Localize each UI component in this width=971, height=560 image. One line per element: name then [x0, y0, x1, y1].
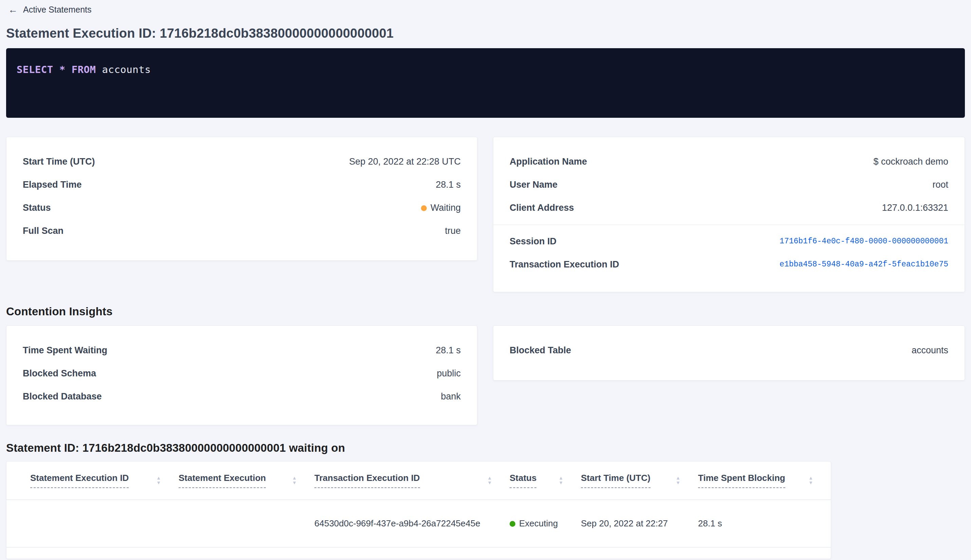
col-status: Status ▲▼: [510, 462, 581, 500]
col-time-spent-blocking: Time Spent Blocking ▲▼: [698, 462, 831, 500]
time-spent-waiting-value: 28.1 s: [435, 345, 461, 356]
blocked-table-card: Blocked Table accounts: [493, 325, 965, 380]
session-id-label: Session ID: [510, 236, 556, 247]
full-scan-label: Full Scan: [23, 226, 63, 236]
executing-status-dot-icon: [510, 521, 516, 527]
transaction-execution-id-link[interactable]: e1bba458-5948-40a9-a42f-5feac1b10e75: [779, 260, 948, 269]
sort-icon[interactable]: ▲▼: [487, 477, 492, 484]
back-link-label: Active Statements: [23, 5, 91, 15]
blocked-schema-row: Blocked Schema public: [23, 362, 461, 385]
sort-icon[interactable]: ▲▼: [808, 477, 813, 484]
sql-keyword: SELECT: [17, 64, 53, 75]
application-name-row: Application Name $ cockroach demo: [510, 150, 948, 173]
sql-table-name: accounts: [102, 64, 151, 75]
blocked-schema-label: Blocked Schema: [23, 368, 96, 379]
cell-time-spent-blocking: 28.1 s: [698, 500, 831, 547]
blocked-table-value: accounts: [912, 345, 948, 356]
application-name-label: Application Name: [510, 157, 587, 167]
blocked-database-value: bank: [441, 391, 461, 402]
status-row: Status Waiting: [23, 196, 461, 219]
elapsed-time-value: 28.1 s: [435, 180, 461, 190]
statement-details-page: ← Active Statements Statement Execution …: [0, 0, 971, 560]
session-id-link[interactable]: 1716b1f6-4e0c-f480-0000-000000000001: [779, 237, 948, 246]
details-cards-row: Start Time (UTC) Sep 20, 2022 at 22:28 U…: [6, 137, 965, 292]
full-scan-row: Full Scan true: [23, 219, 461, 242]
session-details-card: Application Name $ cockroach demo User N…: [493, 137, 965, 292]
transaction-execution-id-row: Transaction Execution ID e1bba458-5948-4…: [510, 253, 948, 276]
table-footer: [7, 547, 831, 558]
col-statement-execution-id-label[interactable]: Statement Execution ID: [30, 473, 128, 488]
col-transaction-execution-id: Transaction Execution ID ▲▼: [314, 462, 510, 500]
status-badge: Waiting: [421, 203, 461, 213]
cell-transaction-execution-id: 64530d0c-969f-437e-a9b4-26a72245e45e: [314, 500, 510, 547]
session-id-row: Session ID 1716b1f6-4e0c-f480-0000-00000…: [510, 230, 948, 253]
page-title: Statement Execution ID: 1716b218dc0b3838…: [6, 26, 965, 41]
client-address-label: Client Address: [510, 203, 574, 213]
sql-star: *: [59, 64, 65, 75]
transaction-execution-id-label: Transaction Execution ID: [510, 259, 619, 270]
sort-icon[interactable]: ▲▼: [156, 477, 161, 484]
contention-insights-heading: Contention Insights: [6, 305, 965, 318]
col-transaction-execution-id-label[interactable]: Transaction Execution ID: [314, 473, 420, 488]
user-name-value: root: [932, 180, 948, 190]
back-arrow-icon: ←: [8, 5, 18, 15]
time-spent-waiting-row: Time Spent Waiting 28.1 s: [23, 339, 461, 362]
col-status-label[interactable]: Status: [510, 473, 536, 488]
col-statement-execution: Statement Execution ▲▼: [179, 462, 314, 500]
back-link[interactable]: ← Active Statements: [8, 5, 91, 15]
cell-status: Executing: [510, 500, 581, 547]
elapsed-time-row: Elapsed Time 28.1 s: [23, 173, 461, 196]
col-statement-execution-label[interactable]: Statement Execution: [179, 473, 266, 488]
blocked-schema-value: public: [437, 368, 461, 379]
contention-cards-row: Time Spent Waiting 28.1 s Blocked Schema…: [6, 325, 965, 425]
card-divider: [493, 225, 964, 225]
blocked-database-label: Blocked Database: [23, 391, 102, 402]
client-address-value: 127.0.0.1:63321: [882, 203, 948, 213]
user-name-row: User Name root: [510, 173, 948, 196]
blocked-database-row: Blocked Database bank: [23, 385, 461, 408]
cell-statement-execution-id: [7, 500, 179, 547]
client-address-row: Client Address 127.0.0.1:63321: [510, 196, 948, 219]
col-time-spent-blocking-label[interactable]: Time Spent Blocking: [698, 473, 785, 488]
execution-details-card: Start Time (UTC) Sep 20, 2022 at 22:28 U…: [6, 137, 477, 261]
full-scan-value: true: [445, 226, 461, 236]
col-start-time-label[interactable]: Start Time (UTC): [581, 473, 651, 488]
start-time-value: Sep 20, 2022 at 22:28 UTC: [349, 157, 461, 167]
table-row: 64530d0c-969f-437e-a9b4-26a72245e45e Exe…: [7, 500, 831, 547]
user-name-label: User Name: [510, 180, 557, 190]
cell-start-time: Sep 20, 2022 at 22:27: [581, 500, 698, 547]
col-start-time: Start Time (UTC) ▲▼: [581, 462, 698, 500]
col-statement-execution-id: Statement Execution ID ▲▼: [7, 462, 179, 500]
time-spent-waiting-label: Time Spent Waiting: [23, 345, 107, 356]
sql-keyword: FROM: [72, 64, 96, 75]
waiting-on-table-card: Statement Execution ID ▲▼ Statement Exec…: [6, 461, 831, 559]
waiting-on-heading: Statement ID: 1716b218dc0b38380000000000…: [6, 442, 965, 455]
status-value: Waiting: [430, 203, 461, 213]
waiting-on-table: Statement Execution ID ▲▼ Statement Exec…: [7, 462, 831, 547]
status-label: Status: [23, 203, 51, 213]
blocked-table-row: Blocked Table accounts: [510, 339, 948, 362]
cell-status-value: Executing: [519, 518, 558, 528]
sort-icon[interactable]: ▲▼: [676, 477, 681, 484]
start-time-row: Start Time (UTC) Sep 20, 2022 at 22:28 U…: [23, 150, 461, 173]
start-time-label: Start Time (UTC): [23, 157, 95, 167]
sql-statement-box: SELECT * FROM accounts: [6, 48, 965, 118]
elapsed-time-label: Elapsed Time: [23, 180, 82, 190]
sort-icon[interactable]: ▲▼: [292, 477, 297, 484]
cell-statement-execution: [179, 500, 314, 547]
waiting-status-dot-icon: [421, 205, 427, 211]
contention-waiting-card: Time Spent Waiting 28.1 s Blocked Schema…: [6, 325, 477, 425]
sort-icon[interactable]: ▲▼: [559, 477, 563, 484]
application-name-value: $ cockroach demo: [873, 157, 948, 167]
blocked-table-label: Blocked Table: [510, 345, 571, 356]
table-header-row: Statement Execution ID ▲▼ Statement Exec…: [7, 462, 831, 500]
